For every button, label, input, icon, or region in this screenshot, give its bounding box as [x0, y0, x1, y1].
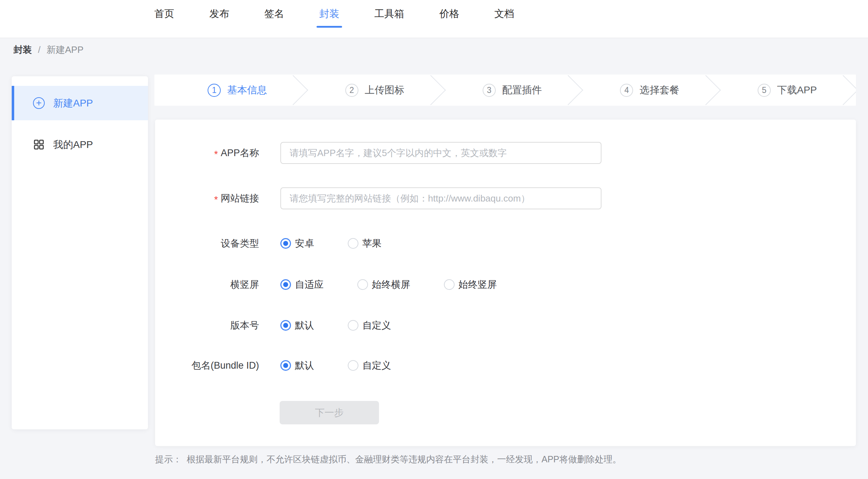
- radio-icon: [444, 279, 455, 290]
- radio-option-ios[interactable]: 苹果: [348, 237, 381, 250]
- main-nav: 首页 发布 签名 封装 工具箱 价格 文档: [154, 0, 514, 28]
- nav-item-sign[interactable]: 签名: [264, 0, 284, 28]
- step-number-badge: 3: [483, 84, 496, 97]
- form-row-orientation: 横竖屏 自适应 始终横屏 始终竖屏: [155, 277, 497, 292]
- nav-item-toolbox[interactable]: 工具箱: [374, 0, 404, 28]
- radio-icon: [280, 279, 291, 290]
- chevron-separator-icon: [278, 75, 308, 105]
- chevron-separator-icon: [691, 75, 721, 105]
- form-row-version: 版本号 默认 自定义: [155, 318, 391, 332]
- radio-option-version-default[interactable]: 默认: [280, 319, 314, 332]
- radio-option-label: 始终横屏: [372, 278, 410, 291]
- field-label: * 网站链接: [155, 192, 259, 205]
- radio-option-portrait[interactable]: 始终竖屏: [444, 278, 497, 291]
- breadcrumb: 封装 / 新建APP: [13, 38, 83, 61]
- step-basic-info: 1 基本信息: [169, 75, 306, 106]
- radio-option-landscape[interactable]: 始终横屏: [357, 278, 410, 291]
- step-upload-icon: 2 上传图标: [306, 75, 443, 106]
- tip-text: 根据最新平台规则，不允许区块链虚拟币、金融理财类等违规内容在平台封装，一经发现，…: [187, 453, 621, 465]
- radio-option-label: 默认: [295, 319, 314, 332]
- grid-icon: [33, 139, 45, 150]
- step-label: 基本信息: [227, 83, 267, 97]
- radio-option-version-custom[interactable]: 自定义: [348, 319, 391, 332]
- radio-option-label: 苹果: [362, 237, 381, 250]
- breadcrumb-separator: /: [38, 44, 40, 55]
- sidebar-item-label: 我的APP: [53, 138, 93, 152]
- radio-icon: [357, 279, 368, 290]
- required-asterisk: *: [214, 194, 218, 205]
- site-url-input[interactable]: [280, 187, 601, 209]
- field-label: * APP名称: [155, 146, 259, 160]
- radio-option-label: 默认: [295, 359, 314, 372]
- platform-rule-tip: 提示： 根据最新平台规则，不允许区块链虚拟币、金融理财类等违规内容在平台封装，一…: [155, 453, 621, 465]
- page: 首页 发布 签名 封装 工具箱 价格 文档 封装 / 新建APP + 新建APP…: [0, 0, 868, 479]
- breadcrumb-root[interactable]: 封装: [13, 44, 32, 56]
- field-label-text: 网站链接: [221, 192, 259, 205]
- radio-option-bundle-custom[interactable]: 自定义: [348, 359, 391, 372]
- step-label: 下载APP: [777, 83, 817, 97]
- radio-option-label: 安卓: [295, 237, 314, 250]
- tip-prefix: 提示：: [155, 453, 182, 465]
- radio-option-label: 自适应: [295, 278, 324, 291]
- step-label: 配置插件: [502, 83, 542, 97]
- step-label: 选择套餐: [639, 83, 679, 97]
- radio-option-label: 自定义: [362, 319, 391, 332]
- radio-icon: [348, 320, 358, 331]
- step-wizard: 1 基本信息 2 上传图标 3 配置插件 4 选择套餐 5 下载APP: [154, 75, 856, 106]
- radio-option-adaptive[interactable]: 自适应: [280, 278, 324, 291]
- nav-item-publish[interactable]: 发布: [209, 0, 229, 28]
- form-row-bundle-id: 包名(Bundle ID) 默认 自定义: [155, 358, 391, 373]
- chevron-separator-icon: [416, 75, 446, 105]
- step-number-badge: 1: [208, 84, 221, 97]
- radio-option-bundle-default[interactable]: 默认: [280, 359, 314, 372]
- sidebar-item-my-app[interactable]: 我的APP: [12, 127, 148, 162]
- plus-circle-icon: +: [33, 97, 45, 109]
- radio-icon: [280, 238, 291, 249]
- required-asterisk: *: [214, 149, 218, 160]
- chevron-separator-icon: [828, 75, 856, 105]
- breadcrumb-current: 新建APP: [46, 44, 83, 56]
- radio-icon: [348, 360, 358, 371]
- field-label-text: 包名(Bundle ID): [191, 359, 259, 372]
- nav-item-package[interactable]: 封装: [319, 0, 339, 28]
- step-number-badge: 5: [758, 84, 771, 97]
- nav-item-docs[interactable]: 文档: [494, 0, 514, 28]
- next-step-button[interactable]: 下一步: [280, 401, 379, 424]
- radio-icon: [280, 360, 291, 371]
- nav-item-home[interactable]: 首页: [154, 0, 174, 28]
- app-name-input[interactable]: [280, 142, 601, 164]
- field-label-text: 版本号: [230, 319, 259, 332]
- field-label-text: 设备类型: [221, 237, 259, 250]
- sidebar: + 新建APP 我的APP: [12, 76, 148, 429]
- nav-item-price[interactable]: 价格: [439, 0, 459, 28]
- form-row-app-name: * APP名称: [155, 142, 601, 164]
- chevron-separator-icon: [553, 75, 583, 105]
- field-label-text: APP名称: [221, 147, 259, 159]
- step-download-app: 5 下载APP: [719, 75, 856, 106]
- top-header: 首页 发布 签名 封装 工具箱 价格 文档: [0, 0, 868, 38]
- radio-option-label: 始终竖屏: [458, 278, 497, 291]
- sidebar-item-new-app[interactable]: + 新建APP: [12, 86, 148, 120]
- step-select-plan: 4 选择套餐: [581, 75, 718, 106]
- step-label: 上传图标: [365, 83, 405, 97]
- radio-icon: [280, 320, 291, 331]
- radio-option-label: 自定义: [362, 359, 391, 372]
- form-row-device-type: 设备类型 安卓 苹果: [155, 236, 381, 250]
- new-app-form: * APP名称 * 网站链接 设备类型 安卓: [155, 120, 856, 446]
- step-number-badge: 2: [345, 84, 358, 97]
- field-label-text: 横竖屏: [230, 278, 259, 291]
- sidebar-item-label: 新建APP: [53, 97, 93, 110]
- radio-option-android[interactable]: 安卓: [280, 237, 314, 250]
- step-configure-plugin: 3 配置插件: [444, 75, 581, 106]
- step-number-badge: 4: [620, 84, 633, 97]
- radio-icon: [348, 238, 358, 249]
- form-row-site-url: * 网站链接: [155, 187, 601, 209]
